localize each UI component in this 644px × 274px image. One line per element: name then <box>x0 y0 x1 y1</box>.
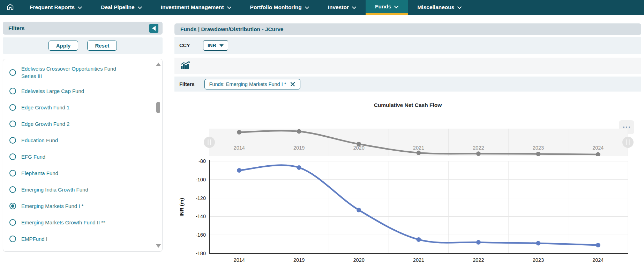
y-axis-title: INR (m) <box>179 198 185 216</box>
scroll-up-icon[interactable] <box>156 63 161 66</box>
close-icon[interactable] <box>290 81 295 87</box>
radio-button[interactable] <box>9 219 16 226</box>
navigator-data-point <box>237 130 241 135</box>
ccy-value: INR <box>208 43 216 48</box>
nav-item-investment-management[interactable]: Investment Management <box>151 0 241 15</box>
x-tick-label: 2014 <box>234 257 245 263</box>
radio-button[interactable] <box>9 186 16 193</box>
ccy-label: CCY <box>179 43 203 48</box>
fund-option-label: EMPFund I <box>21 235 47 243</box>
top-nav: Frequent Reports Deal Pipeline Investmen… <box>0 0 644 15</box>
chevron-down-icon <box>457 4 462 10</box>
nav-item-frequent-reports[interactable]: Frequent Reports <box>20 0 91 15</box>
navigator-year-label: 2021 <box>413 145 424 151</box>
chart-title: Cumulative Net Cash Flow <box>174 97 641 108</box>
data-point[interactable] <box>536 241 540 245</box>
fund-option[interactable]: Emerging Markets Growth Fund II ** <box>3 214 162 231</box>
ccy-dropdown[interactable]: INR <box>203 40 228 51</box>
bar-chart-toggle-button[interactable] <box>181 61 190 71</box>
navigator-data-point <box>357 142 361 146</box>
reset-button[interactable]: Reset <box>87 41 117 51</box>
page-title-bar: Funds | Drawdown/Distribution - JCurve <box>174 23 641 35</box>
fund-option-label: Emerging Markets Fund I * <box>21 202 83 210</box>
navigator-year-label: 2014 <box>234 145 245 151</box>
x-tick-label: 2023 <box>533 257 544 263</box>
fund-option-label: Emerging Markets Growth Fund II ** <box>21 219 105 226</box>
data-point[interactable] <box>237 168 241 173</box>
filter-chip[interactable]: Funds: Emerging Markets Fund I * <box>204 79 301 89</box>
fund-option[interactable]: Emerging Markets Fund I * <box>3 198 162 214</box>
navigator-year-label: 2019 <box>293 145 305 151</box>
y-tick-label: -140 <box>196 214 206 219</box>
navigator-year-label: 2022 <box>473 145 484 151</box>
nav-item-label: Investor <box>328 4 349 10</box>
filters-title: Filters <box>8 25 25 31</box>
fund-option[interactable]: Education Fund <box>3 132 162 149</box>
chevron-down-icon <box>78 4 82 10</box>
collapse-left-icon <box>152 26 156 31</box>
data-point[interactable] <box>596 243 600 247</box>
radio-button[interactable] <box>9 104 16 111</box>
chart-toolbar <box>174 58 641 74</box>
nav-item-funds[interactable]: Funds <box>366 0 408 15</box>
x-tick-label: 2020 <box>353 257 364 263</box>
radio-button[interactable] <box>9 69 16 76</box>
data-point[interactable] <box>357 208 361 212</box>
filters-label: Filters <box>179 81 195 87</box>
navigator-year-label: 2023 <box>533 145 544 151</box>
fund-option-label: Edge Growth Fund 2 <box>21 120 69 128</box>
y-tick-label: -100 <box>196 177 206 182</box>
navigator-data-point <box>417 151 421 155</box>
chevron-down-icon <box>305 4 309 10</box>
data-point[interactable] <box>476 240 481 245</box>
fund-option[interactable]: Edge Growth Fund 1 <box>3 99 162 116</box>
scrollbar-thumb[interactable] <box>156 102 160 113</box>
radio-button[interactable] <box>9 121 16 127</box>
sidebar-collapse-button[interactable] <box>149 24 158 33</box>
radio-button[interactable] <box>9 153 16 160</box>
radio-button[interactable] <box>9 203 16 209</box>
fund-option[interactable]: Edelweiss Large Cap Fund <box>3 83 162 99</box>
fund-option[interactable]: Edge Growth Fund 2 <box>3 116 162 132</box>
radio-button[interactable] <box>9 170 16 176</box>
fund-option[interactable]: Edelweiss Crossover Opportunities Fund S… <box>3 62 162 83</box>
fund-list: Edelweiss Crossover Opportunities Fund S… <box>3 59 163 252</box>
navigator-year-label: 2024 <box>592 145 604 151</box>
fund-option-label: Elephanta Fund <box>21 170 58 177</box>
radio-button[interactable] <box>9 236 16 242</box>
fund-option[interactable]: EFG Fund <box>3 149 162 165</box>
x-tick-label: 2019 <box>293 257 305 263</box>
navigator-left-handle[interactable] <box>204 137 215 148</box>
fund-option[interactable]: EMPFund I <box>3 231 162 247</box>
filters-header: Filters <box>3 22 163 35</box>
chevron-down-icon <box>227 4 231 10</box>
nav-item-label: Miscellaneous <box>417 4 454 10</box>
fund-list-scrollbar[interactable] <box>156 61 160 249</box>
nav-item-investor[interactable]: Investor <box>319 0 366 15</box>
x-tick-label: 2021 <box>413 257 424 263</box>
fund-option-label: Emerging India Growth Fund <box>21 186 88 193</box>
home-button[interactable] <box>0 0 20 15</box>
data-point[interactable] <box>297 165 301 170</box>
x-tick-label: 2022 <box>473 257 484 263</box>
bar-chart-icon <box>181 61 190 71</box>
nav-item-deal-pipeline[interactable]: Deal Pipeline <box>91 0 151 15</box>
radio-button[interactable] <box>9 88 16 94</box>
filter-chip-label: Funds: Emerging Markets Fund I * <box>209 81 286 87</box>
chart-navigator[interactable]: 2014201920202021202220232024 <box>174 128 641 156</box>
data-point[interactable] <box>417 237 421 242</box>
navigator-right-handle[interactable] <box>622 137 634 148</box>
chevron-down-icon <box>219 44 224 47</box>
fund-option[interactable]: Emerging India Growth Fund <box>3 181 162 198</box>
apply-button[interactable]: Apply <box>48 41 78 51</box>
sidebar-actions: Apply Reset <box>3 37 163 54</box>
filters-sidebar: Filters Apply Reset Edelweiss Crossover … <box>3 22 163 274</box>
nav-item-label: Portfolio Monitoring <box>250 4 302 10</box>
fund-option[interactable]: Elephanta Fund <box>3 165 162 181</box>
scroll-down-icon[interactable] <box>156 244 161 248</box>
radio-button[interactable] <box>9 137 16 144</box>
nav-item-portfolio-monitoring[interactable]: Portfolio Monitoring <box>241 0 319 15</box>
main-content: Funds | Drawdown/Distribution - JCurve C… <box>174 23 641 274</box>
y-tick-label: -80 <box>199 158 206 164</box>
nav-item-miscellaneous[interactable]: Miscellaneous <box>408 0 471 15</box>
